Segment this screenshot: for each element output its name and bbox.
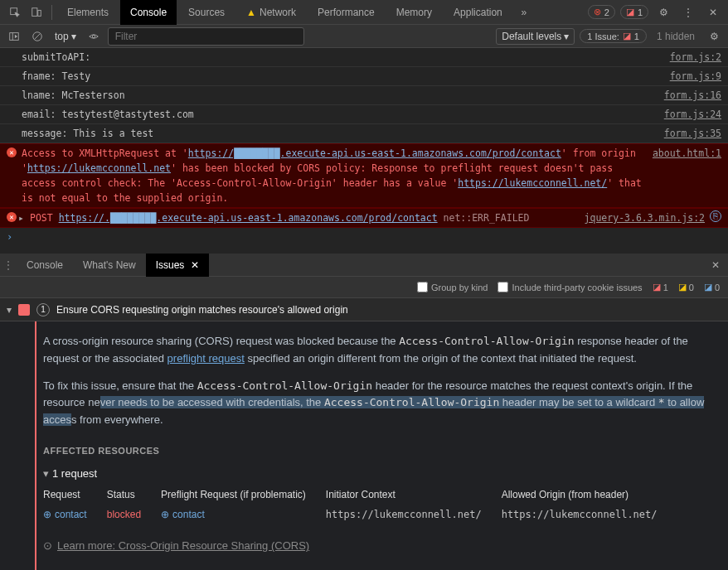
tab-memory[interactable]: Memory — [386, 0, 442, 25]
issue-title: Ensure CORS requesting origin matches re… — [56, 304, 348, 316]
collapse-icon[interactable]: ▾ — [43, 466, 49, 483]
issue-count-pill[interactable]: ◪1 — [620, 5, 648, 19]
gear-icon[interactable]: ⚙ — [705, 27, 723, 46]
eye-icon[interactable] — [85, 27, 103, 46]
error-icon: ⊗ — [594, 7, 601, 17]
post-error-row: ✕ ▸ POST https://.████████.execute-api.u… — [0, 208, 728, 228]
issues-toolbar: Group by kind Include third-party cookie… — [0, 277, 728, 298]
issues-chip[interactable]: 1 Issue:◪1 — [580, 29, 647, 43]
warning-icon: ▲ — [246, 7, 256, 18]
source-link[interactable]: form.js:9 — [670, 69, 721, 84]
failed-url-link[interactable]: https://.████████.execute-api.us-east-1.… — [59, 212, 438, 224]
svg-line-6 — [35, 33, 41, 39]
severity-bar — [35, 321, 36, 570]
collapse-icon[interactable]: ▾ — [7, 304, 12, 316]
svg-point-7 — [92, 35, 95, 38]
issue-badge-icon — [18, 304, 30, 316]
filter-input[interactable] — [108, 27, 304, 46]
context-dropdown[interactable]: top▾ — [51, 29, 80, 44]
levels-dropdown[interactable]: Default levels▾ — [496, 28, 575, 45]
request-link[interactable]: ⊕contact — [43, 507, 87, 523]
sidebar-toggle-icon[interactable] — [5, 27, 23, 46]
console-output: submitToAPI: form.js:2 fname: Testyform.… — [0, 48, 728, 254]
close-drawer-icon[interactable]: ✕ — [703, 259, 728, 271]
error-icon: ✕ — [7, 147, 17, 157]
issue-count-badge: 1 — [36, 303, 50, 316]
source-link[interactable]: jquery-3.6.3.min.js:2 — [585, 210, 705, 225]
device-icon[interactable] — [27, 2, 46, 22]
issue-description: A cross-origin resource sharing (CORS) r… — [43, 333, 711, 368]
log-row: lname: McTestersonform.js:16 — [0, 86, 728, 105]
log-row: fname: Testyform.js:9 — [0, 67, 728, 86]
arrow-icon: ⊙ — [43, 538, 52, 555]
source-link[interactable]: about.html:1 — [653, 146, 721, 205]
issue-badge-icon: ◪ — [626, 7, 634, 17]
issue-header[interactable]: ▾ 1 Ensure CORS requesting origin matche… — [0, 298, 728, 321]
tab-elements[interactable]: Elements — [57, 0, 119, 25]
request-url-link[interactable]: https://████████.execute-api.us-east-1.a… — [188, 147, 561, 159]
inspect-icon[interactable] — [5, 2, 25, 22]
log-row: submitToAPI: form.js:2 — [0, 48, 728, 67]
expand-icon[interactable]: ▸ — [18, 210, 24, 225]
svg-rect-1 — [32, 7, 37, 16]
tab-application[interactable]: Application — [444, 0, 512, 25]
kebab-icon[interactable]: ⋮ — [678, 2, 698, 22]
error-icon: ✕ — [7, 212, 17, 222]
drawer-tab-bar: ⋮ Console What's New Issues✕ ✕ — [0, 254, 728, 277]
console-prompt[interactable]: › — [0, 228, 728, 246]
close-icon[interactable]: ✕ — [703, 2, 723, 22]
source-link[interactable]: form.js:35 — [664, 126, 721, 141]
header-value-link[interactable]: https://lukemcconnell.net/ — [458, 177, 607, 189]
source-link[interactable]: form.js:2 — [670, 50, 721, 65]
group-checkbox[interactable]: Group by kind — [417, 282, 488, 292]
tab-performance[interactable]: Performance — [308, 0, 385, 25]
chevron-down-icon: ▾ — [71, 31, 76, 42]
drawer-tab-issues[interactable]: Issues✕ — [146, 254, 210, 277]
drawer-tab-console[interactable]: Console — [17, 254, 73, 277]
issue-badge-icon: ◪ — [623, 31, 631, 41]
more-tabs-icon[interactable]: » — [514, 2, 534, 22]
learn-more[interactable]: ⊙ Learn more: Cross-Origin Resource Shar… — [43, 538, 711, 555]
network-icon: ⊕ — [43, 507, 51, 523]
network-icon: ⊕ — [161, 507, 169, 523]
initiator-value: https://lukemcconnell.net/ — [326, 507, 482, 523]
issue-body: A cross-origin resource sharing (CORS) r… — [0, 321, 728, 570]
preflight-link[interactable]: ⊕contact — [161, 507, 306, 523]
warn-count: ◪0 — [678, 282, 694, 292]
drawer-tab-whatsnew[interactable]: What's New — [73, 254, 146, 277]
copy-icon[interactable]: ⎘ — [710, 210, 721, 222]
preflight-link[interactable]: preflight request — [167, 352, 245, 365]
source-link[interactable]: form.js:24 — [664, 107, 721, 122]
cors-error-row: ✕ Access to XMLHttpRequest at 'https://█… — [0, 143, 728, 208]
error-count: ◪1 — [653, 282, 668, 292]
status-value: blocked — [107, 507, 141, 523]
clear-icon[interactable] — [28, 27, 46, 46]
main-tab-bar: Elements Console Sources ▲Network Perfor… — [0, 0, 728, 25]
origin-link[interactable]: https://lukemcconnell.net — [27, 162, 171, 174]
separator — [51, 5, 52, 20]
source-link[interactable]: form.js:16 — [664, 88, 721, 103]
tab-network[interactable]: ▲Network — [236, 0, 306, 25]
affected-table: Request⊕contact Statusblocked Preflight … — [43, 487, 711, 522]
gear-icon[interactable]: ⚙ — [653, 2, 673, 22]
log-row: message: This is a testform.js:35 — [0, 124, 728, 143]
request-count[interactable]: ▾1 request — [43, 466, 711, 483]
close-tab-icon[interactable]: ✕ — [191, 259, 199, 271]
affected-heading: AFFECTED RESOURCES — [43, 444, 711, 459]
log-row: email: testytest@tastytest.comform.js:24 — [0, 105, 728, 124]
console-toolbar: top▾ Default levels▾ 1 Issue:◪1 1 hidden… — [0, 25, 728, 48]
allowed-value: https://lukemcconnell.net/ — [502, 507, 658, 523]
error-count-pill[interactable]: ⊗2 — [588, 5, 615, 19]
tab-sources[interactable]: Sources — [178, 0, 235, 25]
tab-console[interactable]: Console — [120, 0, 177, 25]
chevron-down-icon: ▾ — [564, 31, 569, 42]
third-party-checkbox[interactable]: Include third-party cookie issues — [497, 282, 642, 292]
info-count: ◪0 — [704, 282, 720, 292]
drag-handle-icon[interactable]: ⋮ — [0, 259, 17, 271]
issue-fix: To fix this issue, ensure that the Acces… — [43, 378, 711, 429]
svg-rect-2 — [38, 10, 41, 16]
hidden-count[interactable]: 1 hidden — [652, 30, 700, 43]
